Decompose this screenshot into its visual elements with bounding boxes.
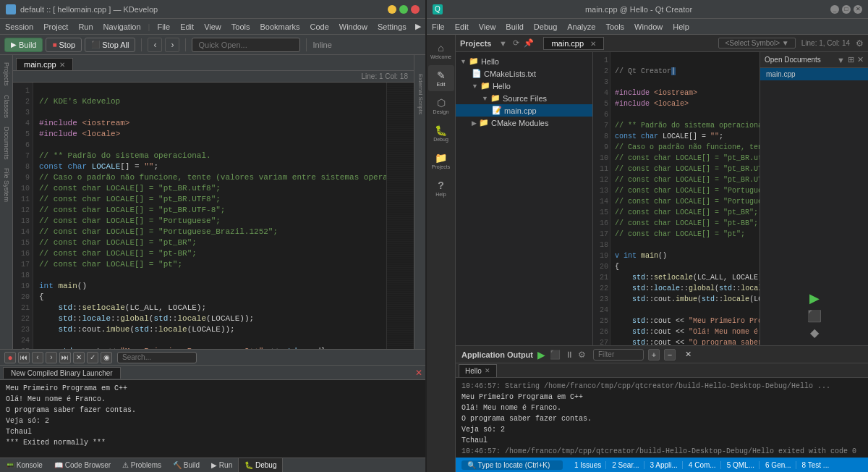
sidebar-edit[interactable]: ✎ Edit	[428, 65, 454, 91]
status-locate-input[interactable]: 🔍 Type to locate (Ctrl+K)	[461, 460, 563, 470]
nav-forward-btn[interactable]: ›	[165, 38, 179, 52]
qt-pin-btn[interactable]: 📌	[523, 38, 535, 49]
qtcreator-maximize-btn[interactable]: □	[842, 5, 851, 14]
menu-edit[interactable]: Edit	[175, 22, 199, 31]
qt-menu-window[interactable]: Window	[629, 22, 668, 31]
menu-session[interactable]: Session	[0, 22, 38, 31]
status-appli[interactable]: 3 Appli...	[646, 461, 683, 469]
sidebar-help[interactable]: ? Help	[428, 175, 454, 201]
stop-all-button[interactable]: ⬛ Stop All	[85, 38, 135, 52]
debug-prev-btn[interactable]: ‹	[32, 352, 43, 363]
menu-file[interactable]: File	[152, 22, 175, 31]
status-issues[interactable]: 1 Issues	[570, 461, 606, 469]
qt-menu-tools[interactable]: Tools	[600, 22, 629, 31]
app-output-pause-btn[interactable]: ⏸	[565, 350, 574, 360]
qt-editor-tab-header[interactable]: main.cpp ✕	[543, 37, 604, 50]
debug-tab-close[interactable]: ✕	[415, 368, 422, 378]
bottom-tab-run[interactable]: ▶ Run	[205, 458, 238, 472]
menu-view[interactable]: View	[199, 22, 226, 31]
debug-search-input[interactable]	[117, 352, 197, 363]
open-docs-layout-btn[interactable]: ⊞	[848, 55, 854, 64]
app-output-add-btn[interactable]: +	[648, 349, 660, 361]
tree-item-cmake-modules[interactable]: ▶ 📁 CMake Modules	[456, 117, 592, 129]
kdevelop-minimize-btn[interactable]	[388, 5, 396, 14]
debug-tab-compiled[interactable]: New Compiled Binary Launcher	[3, 367, 121, 379]
bottom-tab-debug[interactable]: 🐛 Debug	[238, 458, 283, 472]
qt-menu-file[interactable]: File	[427, 22, 450, 31]
sidebar-tab-documents[interactable]: Documents	[1, 122, 12, 164]
quick-open-input[interactable]	[192, 38, 300, 52]
qt-filter-btn[interactable]: ▼	[497, 38, 509, 49]
app-output-settings-btn[interactable]: ⚙	[578, 350, 586, 360]
menu-bookmarks[interactable]: Bookmarks	[255, 22, 305, 31]
stop-button[interactable]: ■ Stop	[46, 38, 82, 52]
kdevelop-code-content[interactable]: // KDE's Kdevelop #include <iostream> #i…	[33, 83, 386, 349]
status-com[interactable]: 4 Com...	[684, 461, 721, 469]
app-output-run-btn[interactable]: ▶	[537, 349, 545, 361]
menu-navigation[interactable]: Navigation	[98, 22, 146, 31]
tree-item-source-files[interactable]: ▼ 📁 Source Files	[456, 92, 592, 104]
kdevelop-close-btn[interactable]	[411, 5, 420, 14]
sidebar-welcome[interactable]: ⌂ Welcome	[428, 38, 454, 64]
qt-sync-btn[interactable]: ⟳	[510, 38, 522, 49]
status-search[interactable]: 2 Sear...	[608, 461, 644, 469]
open-docs-item-main-cpp[interactable]: main.cpp	[760, 68, 868, 80]
external-scripts-tab[interactable]: External Scripts	[414, 69, 425, 119]
qt-menu-help[interactable]: Help	[668, 22, 694, 31]
open-docs-close-btn[interactable]: ✕	[857, 55, 864, 64]
app-output-tab-hello[interactable]: Hello ✕	[459, 364, 497, 377]
menu-project[interactable]: Project	[38, 22, 73, 31]
qt-menu-debug[interactable]: Debug	[529, 22, 562, 31]
qt-menu-analyze[interactable]: Analyze	[562, 22, 600, 31]
nav-back-btn[interactable]: ‹	[148, 38, 162, 52]
debug-x-btn[interactable]: ✕	[73, 352, 85, 363]
sidebar-projects[interactable]: 📁 Projects	[428, 148, 454, 174]
qtcreator-close-btn[interactable]: ✕	[854, 5, 862, 14]
app-output-filter[interactable]	[593, 349, 644, 361]
hello-tab-close[interactable]: ✕	[485, 367, 490, 374]
app-output-minus-btn[interactable]: −	[664, 349, 676, 361]
debug-first-btn[interactable]: ⏮	[18, 352, 30, 363]
qt-menu-build[interactable]: Build	[501, 22, 528, 31]
bottom-tab-konsole[interactable]: 📟 Konsole	[0, 458, 48, 472]
tree-item-hello-sub[interactable]: ▼ 📁 Hello	[456, 80, 592, 92]
debug-next-btn[interactable]: ›	[46, 352, 57, 363]
editor-tab-main-cpp[interactable]: main.cpp ✕	[16, 58, 73, 70]
status-qml[interactable]: 5 QML...	[723, 461, 760, 469]
menu-code[interactable]: Code	[305, 22, 334, 31]
qtcreator-minimize-btn[interactable]: _	[830, 5, 839, 14]
menu-tools[interactable]: Tools	[226, 22, 255, 31]
debug-rec-btn[interactable]: ◉	[101, 352, 112, 363]
symbol-selector[interactable]: <Select Symbol> ▼	[718, 38, 795, 49]
menu-run[interactable]: Run	[73, 22, 98, 31]
qt-menu-view[interactable]: View	[474, 22, 501, 31]
debug-last-btn[interactable]: ⏭	[59, 352, 71, 363]
kdevelop-maximize-btn[interactable]	[399, 5, 408, 14]
tree-item-cmakelists[interactable]: 📄 CMakeLists.txt	[456, 67, 592, 80]
qt-tab-close[interactable]: ✕	[590, 40, 596, 48]
status-test[interactable]: 8 Test ...	[798, 461, 834, 469]
bottom-tab-code-browser[interactable]: 📖 Code Browser	[48, 458, 116, 472]
sidebar-tab-projects[interactable]: Projects	[1, 58, 12, 90]
status-gen[interactable]: 6 Gen...	[761, 461, 796, 469]
menu-more[interactable]: ▶	[412, 22, 425, 31]
app-output-close-btn[interactable]: ✕	[683, 349, 694, 361]
sidebar-tab-filesystem[interactable]: File System	[1, 164, 12, 206]
tree-item-main-cpp[interactable]: 📝 main.cpp	[456, 104, 592, 117]
qt-menu-edit[interactable]: Edit	[450, 22, 474, 31]
qt-run-play-btn[interactable]: ▶	[809, 290, 820, 306]
tab-close-icon[interactable]: ✕	[59, 61, 65, 69]
qt-run-stop-btn[interactable]: ⬛	[807, 309, 822, 323]
build-button[interactable]: ▶ Build	[4, 38, 43, 52]
menu-settings[interactable]: Settings	[373, 22, 412, 31]
menu-window[interactable]: Window	[334, 22, 373, 31]
debug-check-btn[interactable]: ✓	[87, 352, 98, 363]
bottom-tab-build[interactable]: 🔨 Build	[167, 458, 205, 472]
sidebar-design[interactable]: ⬡ Design	[428, 93, 454, 119]
sidebar-debug[interactable]: 🐛 Debug	[428, 120, 454, 146]
qt-code-content[interactable]: // Qt Creator| #include <iostream> #incl…	[610, 52, 760, 345]
debug-stop-icon[interactable]: ●	[4, 352, 16, 363]
app-output-stop-btn[interactable]: ⬛	[550, 350, 561, 360]
tree-item-hello-root[interactable]: ▼ 📁 Hello	[456, 55, 592, 67]
sidebar-tab-classes[interactable]: Classes	[1, 90, 12, 122]
